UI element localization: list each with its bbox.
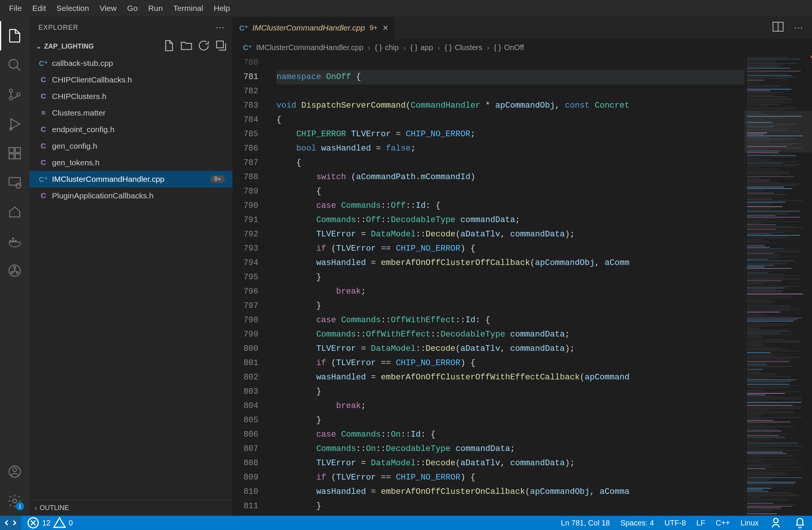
menu-terminal[interactable]: Terminal [168,4,208,13]
smarthome-icon[interactable] [0,197,29,227]
file-item[interactable]: Cendpoint_config.h [29,121,232,138]
remote-indicator[interactable] [0,516,21,530]
file-item[interactable]: C⁺callback-stub.cpp [29,55,232,72]
code-line[interactable]: switch (aCommandPath.mCommandId) [276,170,744,184]
line-number: 807 [233,442,266,456]
menu-view[interactable]: View [94,4,122,13]
code-line[interactable]: if (TLVError == CHIP_NO_ERROR) { [276,356,744,370]
breadcrumb-item[interactable]: IMClusterCommandHandler.cpp [256,43,363,52]
close-icon[interactable]: ✕ [382,23,389,32]
code-line[interactable]: Commands::OffWithEffect::DecodableType c… [276,327,744,342]
feedback-icon[interactable] [764,516,788,530]
indentation-status[interactable]: Spaces: 4 [615,519,659,527]
file-item[interactable]: C⁺IMClusterCommandHandler.cpp9+ [29,171,232,187]
menu-run[interactable]: Run [143,4,168,13]
line-number: 810 [233,485,266,499]
code-line[interactable]: } [276,385,744,399]
source-control-icon[interactable] [0,80,29,109]
search-icon[interactable] [0,50,29,80]
code-line[interactable]: { [276,184,744,199]
error-count: 12 [42,519,50,527]
code-line[interactable]: } [276,499,744,513]
code-line[interactable]: if (TLVError == CHIP_NO_ERROR) { [276,471,744,485]
file-label: gen_tokens.h [52,158,99,167]
notifications-icon[interactable] [788,516,812,530]
code-line[interactable]: wasHandled = emberAfOnOffClusterOffWithE… [276,370,744,385]
code-line[interactable]: } [276,413,744,428]
problems-status[interactable]: 12 0 [21,516,78,530]
code-line[interactable]: CHIP_ERROR TLVError = CHIP_NO_ERROR; [276,127,744,142]
code-line[interactable]: void DispatchServerCommand(CommandHandle… [276,99,744,113]
cursor-position[interactable]: Ln 781, Col 18 [556,519,615,527]
file-item[interactable]: CPluginApplicationCallbacks.h [29,187,232,204]
eol-status[interactable]: LF [691,519,710,527]
chevron-right-icon: › [403,43,406,52]
file-item[interactable]: CCHIPClusters.h [29,88,232,105]
svg-marker-5 [11,119,20,129]
outline-section[interactable]: › OUTLINE [29,500,232,516]
file-item[interactable]: CCHIPClientCallbacks.h [29,72,232,88]
code-line[interactable]: } [276,270,744,285]
breadcrumb-item[interactable]: chip [385,43,399,52]
svg-point-18 [14,267,16,268]
minimap[interactable] [744,56,812,516]
new-folder-icon[interactable] [180,39,193,54]
menu-file[interactable]: File [4,4,27,13]
code-line[interactable]: Commands::On::DecodableType commandData; [276,442,744,456]
accounts-icon[interactable] [0,457,29,486]
code-line[interactable]: if (TLVError == CHIP_NO_ERROR) { [276,242,744,256]
breadcrumb-item[interactable]: Clusters [455,43,482,52]
os-status[interactable]: Linux [735,519,764,527]
code-line[interactable]: TLVError = DataModel::Decode(aDataTlv, c… [276,456,744,471]
code-line[interactable]: Commands::Off::DecodableType commandData… [276,213,744,227]
explorer-icon[interactable] [0,21,29,50]
code-line[interactable]: bool wasHandled = false; [276,142,744,156]
split-editor-icon[interactable] [771,20,785,36]
code-line[interactable]: namespace OnOff { [276,70,744,84]
menu-selection[interactable]: Selection [51,4,94,13]
code-line[interactable]: TLVError = DataModel::Decode(aDataTlv, c… [276,227,744,242]
breadcrumb-item[interactable]: app [420,43,433,52]
menu-help[interactable]: Help [208,4,235,13]
collapse-all-icon[interactable] [214,39,228,54]
code-line[interactable] [276,56,744,70]
sidebar-more-icon[interactable]: ⋯ [215,22,225,33]
breadcrumb-item[interactable]: OnOff [504,43,524,52]
code-line[interactable]: break; [276,399,744,413]
run-debug-icon[interactable] [0,109,29,139]
folder-header[interactable]: ⌄ ZAP_LIGHTING [29,38,232,54]
tab-open-file[interactable]: C⁺ IMClusterCommandHandler.cpp 9+ ✕ [233,17,396,39]
code-line[interactable]: case Commands::OffWithEffect::Id: { [276,313,744,327]
code-line[interactable]: case Commands::On::Id: { [276,428,744,442]
file-item[interactable]: Cgen_tokens.h [29,154,232,171]
git-graph-icon[interactable] [0,256,29,285]
extensions-icon[interactable] [0,139,29,168]
line-number: 783 [233,99,266,113]
menu-go[interactable]: Go [122,4,143,13]
code-line[interactable]: } [276,299,744,313]
more-icon[interactable]: ⋯ [794,23,803,33]
code-line[interactable]: case Commands::Off::Id: { [276,199,744,213]
code-line[interactable]: { [276,156,744,170]
breadcrumbs[interactable]: C⁺IMClusterCommandHandler.cpp›{ }chip›{ … [233,39,812,56]
file-item[interactable]: Cgen_config.h [29,138,232,154]
line-number: 811 [233,499,266,513]
code-line[interactable]: wasHandled = emberAfOnOffClusterOffCallb… [276,256,744,270]
code-line[interactable] [276,84,744,99]
code-editor[interactable]: namespace OnOff {void DispatchServerComm… [266,56,744,516]
code-line[interactable]: break; [276,285,744,299]
new-file-icon[interactable] [162,39,176,54]
line-number: 789 [233,184,266,199]
file-item[interactable]: ≡Clusters.matter [29,105,232,121]
menu-edit[interactable]: Edit [27,4,51,13]
refresh-icon[interactable] [197,39,211,54]
code-line[interactable]: TLVError = DataModel::Decode(aDataTlv, c… [276,342,744,356]
remote-explorer-icon[interactable] [0,168,29,197]
code-line[interactable]: wasHandled = emberAfOnOffClusterOnCallba… [276,485,744,499]
settings-icon[interactable]: 1 [0,486,29,516]
code-line[interactable]: { [276,113,744,127]
line-number: 793 [233,242,266,256]
docker-icon[interactable] [0,227,29,256]
encoding-status[interactable]: UTF-8 [659,519,691,527]
language-status[interactable]: C++ [710,519,735,527]
